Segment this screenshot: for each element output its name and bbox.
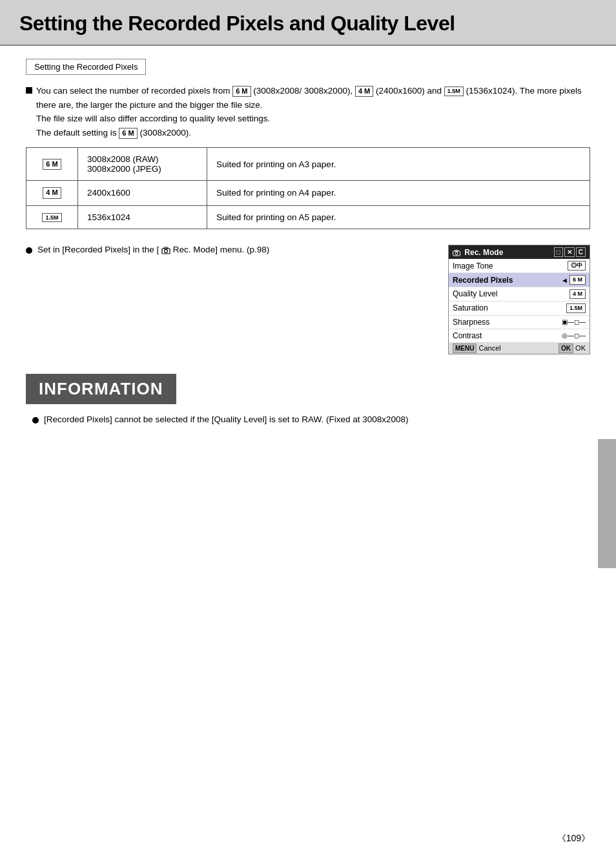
- menu-ok-label: OK: [575, 344, 586, 352]
- rec-mode-section: Set in [Recorded Pixels] in the [ Rec. M…: [26, 245, 590, 354]
- menu-cancel-btn: MENU: [453, 343, 477, 353]
- menu-footer: MENU Cancel OK OK: [449, 342, 590, 354]
- menu-row-image-tone: Image Tone ◎中: [449, 259, 590, 273]
- menu-header-label: Rec. Mode: [453, 248, 503, 257]
- svg-rect-2: [164, 247, 168, 249]
- information-text: [Recorded Pixels] cannot be selected if …: [44, 415, 409, 424]
- pixels-table: 6 M 3008x2008 (RAW)3008x2000 (JPEG) Suit…: [26, 147, 590, 229]
- menu-screenshot: Rec. Mode □ ✕ C Image Tone ◎中 Recorded P…: [448, 245, 590, 354]
- intro-text: You can select the number of recorded pi…: [36, 84, 590, 139]
- menu-value-image-tone: ◎中: [568, 261, 586, 271]
- table-cell-badge-4m: 4 M: [26, 181, 78, 205]
- menu-row-recorded-pixels: Recorded Pixels ◄ 6 M: [449, 273, 590, 287]
- table-row: 1.5M 1536x1024 Suited for printing on A5…: [26, 205, 590, 229]
- section-tab: Setting the Recorded Pixels: [26, 59, 146, 75]
- info-bullet-dot: [32, 417, 39, 424]
- table-cell-pixels-15m: 1536x1024: [78, 205, 207, 229]
- table-cell-desc-15m: Suited for printing on A5 paper.: [207, 205, 590, 229]
- table-cell-desc-4m: Suited for printing on A4 paper.: [207, 181, 590, 205]
- menu-header-icons: □ ✕ C: [554, 247, 586, 257]
- menu-cancel-group: MENU Cancel: [453, 344, 501, 352]
- badge-6m-default: 6 M: [119, 128, 137, 139]
- menu-value-saturation: 1.5M: [566, 303, 586, 313]
- camera-icon: [161, 247, 170, 254]
- menu-row-saturation: Saturation 1.5M: [449, 302, 590, 316]
- menu-ok-btn: OK: [559, 343, 573, 353]
- menu-icon-c: C: [576, 247, 586, 257]
- badge-6m-intro: 6 M: [232, 86, 251, 97]
- menu-row-contrast: Contrast ◎—◻—: [449, 329, 590, 342]
- page-title: Setting the Recorded Pixels and Quality …: [19, 12, 597, 36]
- menu-icon-square: □: [554, 247, 563, 257]
- page-header: Setting the Recorded Pixels and Quality …: [0, 0, 616, 46]
- badge-15m-table: 1.5M: [42, 213, 61, 223]
- table-cell-desc-6m: Suited for printing on A3 paper.: [207, 148, 590, 181]
- intro-paragraph: You can select the number of recorded pi…: [26, 84, 590, 139]
- menu-cancel-label: Cancel: [479, 344, 501, 352]
- menu-header: Rec. Mode □ ✕ C: [449, 245, 590, 259]
- main-content: Setting the Recorded Pixels You can sele…: [0, 46, 616, 437]
- menu-ok-group: OK OK: [559, 344, 586, 352]
- table-cell-badge-15m: 1.5M: [26, 205, 78, 229]
- badge-4m-intro: 4 M: [355, 86, 373, 97]
- menu-row-sharpness: Sharpness ▣—◻—: [449, 316, 590, 329]
- table-cell-badge-6m: 6 M: [26, 148, 78, 181]
- menu-camera-icon: [453, 250, 460, 256]
- menu-row-quality-level: Quality Level 4 M: [449, 287, 590, 302]
- svg-point-4: [455, 252, 458, 254]
- information-title: INFORMATION: [26, 374, 176, 404]
- information-section: INFORMATION [Recorded Pixels] cannot be …: [26, 374, 590, 424]
- bullet-square-icon: [26, 87, 32, 94]
- badge-15m-intro: 1.5M: [444, 87, 464, 96]
- rec-mode-text-block: Set in [Recorded Pixels] in the [ Rec. M…: [26, 245, 429, 254]
- rec-mode-text: Set in [Recorded Pixels] in the [ Rec. M…: [37, 245, 269, 254]
- badge-6m-table: 6 M: [43, 159, 61, 170]
- table-row: 6 M 3008x2008 (RAW)3008x2000 (JPEG) Suit…: [26, 148, 590, 181]
- information-bullet: [Recorded Pixels] cannot be selected if …: [26, 415, 590, 424]
- table-cell-pixels-4m: 2400x1600: [78, 181, 207, 205]
- table-row: 4 M 2400x1600 Suited for printing on A4 …: [26, 181, 590, 205]
- badge-4m-table: 4 M: [43, 187, 61, 198]
- circle-dot-icon: [26, 247, 32, 254]
- menu-value-quality-level: 4 M: [570, 289, 586, 299]
- svg-point-1: [165, 249, 168, 252]
- menu-value-recorded-pixels: 6 M: [570, 275, 586, 285]
- table-cell-pixels-6m: 3008x2008 (RAW)3008x2000 (JPEG): [78, 148, 207, 181]
- menu-icon-x: ✕: [564, 247, 575, 257]
- page-number: 《109》: [557, 833, 590, 845]
- right-side-tab: [598, 439, 616, 568]
